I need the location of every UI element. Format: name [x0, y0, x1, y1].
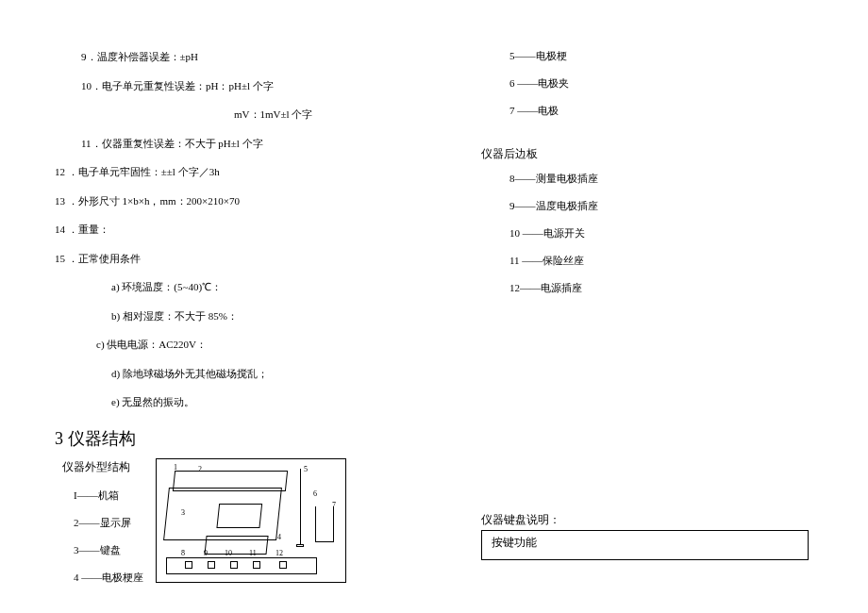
device-diagram: 1 2 3 4 5 6 7 8 9 10 11 12	[156, 458, 346, 583]
spec-item-10b: mV：1mV±l 个字	[55, 107, 442, 123]
spec-item-14: 14 ．重量：	[55, 222, 442, 238]
spec-item-13: 13 ．外形尺寸 1×b×h，mm：200×210×70	[55, 193, 442, 209]
legend-item: 7 ——电极	[509, 104, 840, 118]
legend-item: 6 ——电极夹	[509, 76, 840, 91]
spec-item-10: 10．电子单元重复性误差：pH：pH±l 个字	[55, 78, 442, 94]
spec-item-15d: d) 除地球磁场外无其他磁场搅乱；	[55, 366, 442, 382]
spec-item-11: 11．仪器重复性误差：不大于 pH±l 个字	[55, 136, 442, 152]
keyboard-table-title: 仪器键盘说明：	[481, 512, 560, 528]
spec-item-15a: a) 环境温度：(5~40)℃：	[55, 279, 442, 295]
spec-item-15: 15 ．正常使用条件	[55, 251, 442, 267]
spec-item-9: 9．温度补偿器误差：±pH	[55, 49, 442, 65]
legend-item: 8——测量电极插座	[509, 172, 840, 186]
legend-item: 12——电源插座	[509, 281, 840, 295]
spec-item-12: 12 ．电子单元牢固性：±±l 个字／3h	[55, 164, 442, 180]
keyboard-table: 按键功能	[481, 530, 809, 560]
spec-item-15b: b) 相对湿度：不大于 85%：	[55, 308, 442, 324]
spec-item-15e: e) 无显然的振动。	[55, 394, 442, 410]
subheading-backpanel: 仪器后边板	[481, 146, 840, 162]
section-heading-3: 3 仪器结构	[55, 427, 442, 450]
legend-list-back: 8——测量电极插座 9——温度电极插座 10 ——电源开关 11 ——保险丝座 …	[481, 172, 840, 295]
legend-item: 11 ——保险丝座	[509, 254, 840, 268]
legend-list-top: 5——电极梗 6 ——电极夹 7 ——电极	[481, 49, 840, 118]
spec-item-15c: c) 供电电源：AC220V：	[55, 337, 442, 353]
table-header-cell: 按键功能	[482, 531, 808, 555]
legend-item: 10 ——电源开关	[509, 226, 840, 240]
legend-item: 9——温度电极插座	[509, 199, 840, 213]
legend-item: 5——电极梗	[509, 49, 840, 63]
